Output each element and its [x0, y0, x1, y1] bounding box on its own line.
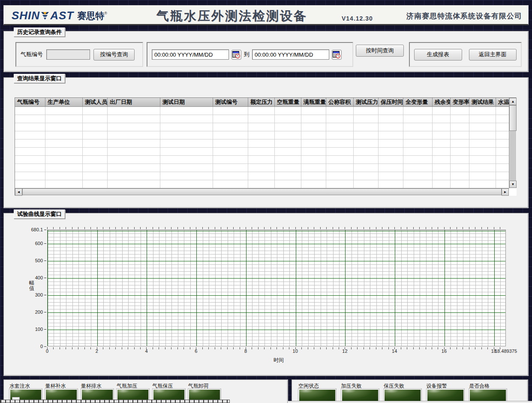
end-time-calendar-button[interactable] — [332, 50, 342, 60]
column-header: 公称容积 — [326, 98, 354, 107]
clipped-panel-edge — [288, 401, 532, 403]
table-cell — [83, 164, 108, 172]
table-cell — [433, 131, 451, 139]
table-row[interactable] — [15, 172, 510, 180]
table-cell — [160, 107, 213, 115]
cylinder-number-input[interactable] — [46, 49, 90, 60]
logo-text-right: AST — [50, 9, 74, 22]
x-axis-bottom-ticks — [47, 347, 506, 349]
vertical-scrollbar-thumb[interactable] — [509, 105, 517, 131]
table-cell — [496, 131, 510, 139]
column-header: 测试人员 — [83, 98, 108, 107]
table-cell — [469, 180, 496, 188]
query-by-number-button[interactable]: 按编号查询 — [93, 49, 135, 61]
column-header: 变形率 — [451, 98, 469, 107]
table-cell — [379, 148, 403, 156]
table-cell — [354, 148, 379, 156]
table-cell — [354, 156, 379, 164]
y-tick-mark — [44, 312, 46, 312]
x-tick-label: 6 — [195, 348, 197, 354]
y-tick-mark — [44, 278, 46, 278]
table-cell — [15, 107, 45, 115]
cylinder-number-label: 气瓶编号 — [21, 51, 43, 58]
table-row[interactable] — [15, 131, 510, 139]
table-cell — [379, 164, 403, 172]
table-cell — [451, 139, 469, 148]
table-cell — [45, 164, 83, 172]
scroll-left-icon[interactable]: ◄ — [15, 188, 22, 196]
table-cell — [301, 180, 326, 188]
calendar-clock-icon — [333, 51, 341, 59]
query-group-label: 历史记录查询条件 — [14, 27, 65, 37]
table-cell — [451, 180, 469, 188]
results-table: 气瓶编号生产单位测试人员出厂日期测试日期测试编号额定压力空瓶重量满瓶重量公称容积… — [15, 97, 517, 196]
table-row[interactable] — [15, 156, 510, 164]
table-cell — [326, 172, 354, 180]
table-cell — [469, 131, 496, 139]
generate-report-button[interactable]: 生成报表 — [414, 49, 462, 61]
status-led-indicator — [469, 389, 507, 402]
scroll-right-icon[interactable]: ► — [502, 188, 509, 196]
table-row[interactable] — [15, 139, 510, 148]
results-table-header: 气瓶编号生产单位测试人员出厂日期测试日期测试编号额定压力空瓶重量满瓶重量公称容积… — [15, 98, 510, 107]
table-cell — [496, 156, 510, 164]
to-label: 到 — [244, 51, 249, 58]
table-row[interactable] — [15, 107, 510, 115]
table-cell — [433, 123, 451, 131]
y-tick-label: 300 — [16, 292, 43, 297]
table-cell — [403, 139, 433, 148]
table-cell — [275, 172, 301, 180]
table-cell — [248, 180, 275, 188]
table-cell — [469, 164, 496, 172]
table-cell — [301, 123, 326, 131]
x-tick-label: 4 — [145, 348, 147, 354]
table-cell — [433, 139, 451, 148]
query-by-time-button[interactable]: 按时间查询 — [356, 45, 404, 57]
table-row[interactable] — [15, 115, 510, 123]
table-row[interactable] — [15, 164, 510, 172]
table-row[interactable] — [15, 148, 510, 156]
table-row[interactable] — [15, 180, 510, 188]
return-main-button[interactable]: 返回主界面 — [469, 49, 517, 61]
start-time-input[interactable] — [152, 49, 229, 60]
table-cell — [403, 123, 433, 131]
y-tick-label: 500 — [16, 258, 43, 263]
table-cell — [469, 156, 496, 164]
table-cell — [275, 107, 301, 115]
column-header: 生产单位 — [45, 98, 83, 107]
version-label: V14.12.30 — [342, 15, 373, 22]
registered-mark: ® — [104, 11, 107, 15]
table-cell — [496, 172, 510, 180]
scroll-up-icon[interactable]: ▲ — [509, 98, 517, 105]
table-cell — [403, 172, 433, 180]
table-vertical-scrollbar[interactable]: ▲ ▼ — [509, 98, 516, 188]
table-cell — [326, 164, 354, 172]
horizontal-scrollbar-thumb[interactable] — [22, 188, 502, 195]
scroll-down-icon[interactable]: ▼ — [509, 181, 517, 188]
end-time-input[interactable] — [252, 49, 329, 60]
table-cell — [451, 115, 469, 123]
table-cell — [354, 115, 379, 123]
table-cell — [213, 180, 248, 188]
y-tick-mark — [44, 329, 46, 330]
table-row[interactable] — [15, 123, 510, 131]
header-band: SHIN AST 赛思特 ® 气瓶水压外测法检测设备 V14.12.30 济南赛… — [3, 5, 529, 25]
y-tick-label: 100 — [16, 327, 43, 332]
column-header: 残余变形 — [433, 98, 451, 107]
table-cell — [108, 156, 160, 164]
table-cell — [83, 156, 108, 164]
table-cell — [379, 172, 403, 180]
start-time-calendar-button[interactable] — [231, 50, 241, 60]
table-cell — [45, 156, 83, 164]
x-tick-label: 14 — [392, 348, 397, 354]
shineast-logo-icon — [40, 11, 50, 20]
x-tick-label: 16 — [442, 348, 447, 354]
table-horizontal-scrollbar[interactable]: ◄ ► — [15, 188, 509, 195]
curve-panel: 试验曲线显示窗口 680.16005004003002001000 024681… — [3, 213, 529, 376]
company-name: 济南赛思特流体系统设备有限公司 — [406, 11, 522, 21]
table-cell — [248, 156, 275, 164]
table-cell — [248, 139, 275, 148]
table-cell — [108, 172, 160, 180]
y-tick-mark — [44, 230, 46, 230]
table-cell — [160, 148, 213, 156]
